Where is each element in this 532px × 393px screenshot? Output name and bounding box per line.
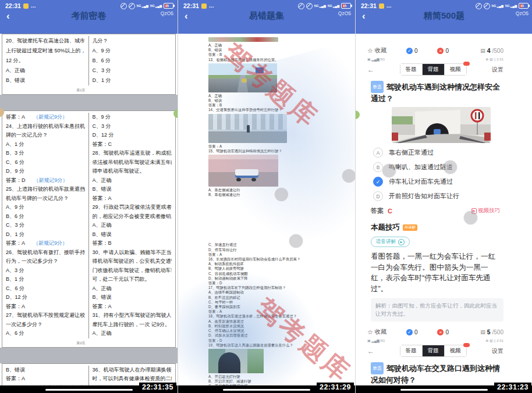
page-title: 易错题集 — [178, 10, 355, 22]
floating-ball[interactable] — [289, 234, 303, 248]
card-stack-icon: ▤ — [480, 329, 485, 335]
status-bar: 22:31 … 5G 5G 15 — [356, 0, 532, 9]
question-image-gesture — [208, 114, 287, 143]
back-arrow-icon[interactable]: ← — [367, 347, 374, 355]
tab-recite[interactable]: 背题 — [423, 345, 445, 356]
option-row[interactable]: D开前照灯告知对面车让行 — [367, 189, 503, 203]
back-arrow-icon[interactable]: ← — [367, 66, 374, 74]
doc-line: 25、上道路行驶的机动车故意遮挡、污损 — [6, 185, 85, 194]
correct-counter: ✓0 — [406, 329, 418, 335]
floating-ball[interactable] — [443, 160, 457, 174]
mute-icon — [484, 3, 490, 9]
inner-status-bar: ▣ ▂▄▆ 5G ⊕ ▥ ▯ 2:31 — [367, 57, 503, 61]
doc-line: 17、驾驶机动车在下列路段怎样使用行车制动？ — [208, 285, 350, 290]
doc-line: 答案：B — [93, 239, 172, 248]
doc-line: B、6 分 — [6, 212, 85, 221]
question-image-highway — [208, 63, 277, 92]
doc-line: B、时刻观察水流情况 — [208, 324, 350, 328]
option-row[interactable]: A靠右侧正常通过 — [367, 145, 503, 160]
analysis-box: 解析：由图可知，前方应会车让行，因此此时应当让对方先过。 — [371, 298, 503, 321]
mode-tabs-row: ← 答题背题视频 设置 — [367, 63, 503, 76]
doc-line: 28、驾驶机动车追逐竞驶，构成犯罪的， — [93, 149, 172, 158]
favorite-button[interactable]: ☆收藏 — [367, 328, 386, 336]
floating-ball[interactable] — [382, 163, 396, 178]
doc-line: B、错误 — [208, 48, 350, 52]
floating-ball[interactable] — [274, 187, 289, 202]
doc-line: D、要早踩轻踩刹车 — [208, 305, 350, 309]
doc-line: 答案：B — [208, 52, 350, 57]
floating-ball[interactable] — [463, 210, 478, 225]
star-icon: ☆ — [367, 47, 373, 55]
spacer — [208, 197, 350, 242]
tab-answer[interactable]: 答题 — [400, 64, 423, 75]
check-circle-icon: ✓ — [406, 48, 413, 54]
favorite-button[interactable]: ☆收藏 — [367, 47, 386, 55]
home-indicator[interactable] — [45, 389, 133, 391]
doc-line: B、1 分 — [6, 275, 85, 284]
doc-line: A、正确 — [93, 221, 172, 230]
tab-answer[interactable]: 答题 — [400, 345, 423, 356]
doc-line: 答案：D — [208, 281, 350, 285]
doc-line: 牌的一次记几分？ — [6, 131, 85, 140]
signal-5g-icon-2: 5G — [328, 4, 339, 8]
app-header: 22:31 … 5G 5G 15 QzO5 ‹ 精简500题 — [356, 0, 532, 34]
mode-tabs: 答题背题视频 — [400, 63, 467, 76]
home-indicator[interactable] — [223, 389, 310, 391]
app-header: 22:31 … 5G 5G 15 QzO5 ‹ 考前密卷 — [0, 0, 178, 34]
doc-line: 27、驾驶机动车不按照规定避让校车的， — [6, 311, 85, 320]
ai-badge: AI讲解 — [403, 224, 417, 231]
option-text: 开前照灯告知对面车让行 — [389, 192, 459, 201]
doc-line: 答案：B — [208, 103, 350, 108]
check-circle-icon: ✓ — [406, 329, 413, 335]
signal-5g-icon: 5G — [137, 4, 148, 8]
doc-line: B、错误 — [93, 230, 172, 240]
skill-text: 看图答题，一黑一红为会车让行，一红一白为会车先行。图中箭头为一黑一红，表示会车时… — [367, 251, 502, 294]
triple-screenshot-canvas: 22:31 … 5G 5G 15 QzO5 ‹ 考前密卷 20、驾驶摩托车在高速… — [0, 0, 532, 393]
floating-ball[interactable] — [342, 169, 355, 183]
cross-circle-icon: × — [437, 48, 444, 54]
doc-line: 答案：A（新规记9分） — [6, 113, 85, 122]
doc-line: 答案：D（新规记9分） — [6, 176, 85, 185]
tab-video[interactable]: 视频 — [445, 345, 466, 356]
battery-icon: 15 — [164, 3, 173, 9]
practice-content: ☆收藏 ✓0 ×0 ▤4/500 ▣ ▂▄▆ 5G ⊕ ▥ ▯ 2:31 ← 答… — [356, 34, 532, 393]
doc-line: A、制动系统机件损坏 — [208, 262, 350, 266]
doc-line: 的，相应记分不会被变更或者撤销。 — [93, 212, 172, 221]
doc-line: 29、行政处罚决定被依法变更或者撤销 — [93, 203, 172, 212]
signal-5g-icon-2: 5G — [150, 4, 162, 8]
doc-line: A、9 分 — [93, 46, 172, 56]
play-circle-icon: ▶ — [398, 239, 405, 245]
new-rule-note: （新规记9分） — [33, 114, 68, 120]
doc-line: 答案：A（新规记9分） — [6, 239, 85, 248]
doc-line: A、正确 — [93, 284, 172, 294]
mode-tabs: 答题背题视频 — [400, 345, 467, 357]
doc-line: D、试探水深后缓慢通过 — [208, 333, 350, 338]
home-indicator[interactable] — [400, 389, 488, 391]
doc-line: 答案：A — [208, 309, 350, 314]
doc-line: D、1 分 — [6, 230, 85, 240]
voice-explain-button[interactable]: 语音讲解▶ — [371, 237, 410, 247]
settings-button[interactable]: 设置 — [492, 66, 503, 74]
tab-recite[interactable]: 背题 — [423, 64, 445, 75]
settings-button[interactable]: 设置 — [492, 347, 503, 355]
page-number: 第1页 — [2, 85, 90, 93]
doc-line: C、3 分 — [6, 221, 85, 230]
mute-icon — [129, 3, 135, 9]
status-bar: 22:31 … 5G 5G 15 — [0, 0, 178, 9]
question-text: 单选驾驶机动车遇到这种情况怎样安全通过？ — [367, 81, 503, 104]
option-text: 停车礼让对面车先通过 — [389, 177, 453, 186]
question-type-badge: 单选 — [371, 81, 384, 93]
doc-line: D、12 分 — [93, 131, 172, 140]
doc-column: 几分？A、9 分B、6 分C、3 分D、1 分 — [89, 36, 176, 85]
doc-line: 答案：A — [93, 194, 172, 203]
status-time: 22:31 — [5, 2, 21, 9]
doc-line: 一次记多少分？ — [6, 320, 85, 330]
doc-line: C、加速直行通过 — [208, 242, 350, 247]
doc-line: B、错误 — [93, 293, 172, 302]
doc-line: 机动车号牌的一次记几分？ — [6, 194, 85, 203]
doc-line: 行为，一次记多少分？ — [6, 257, 85, 266]
doc-line: B、9 分 — [93, 113, 172, 122]
doc-line: 可，处二千元以下罚款。 — [93, 275, 172, 284]
tab-video[interactable]: 视频 — [445, 64, 466, 75]
cross-circle-icon: × — [437, 329, 444, 335]
